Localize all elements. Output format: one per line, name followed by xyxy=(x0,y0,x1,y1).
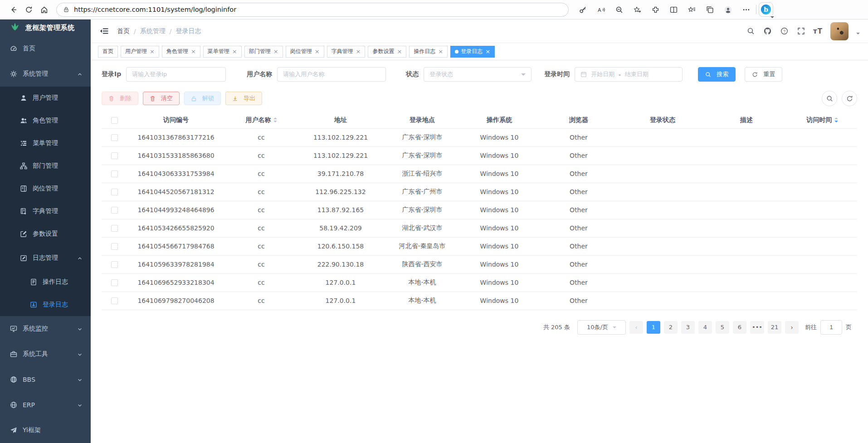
github-icon[interactable] xyxy=(763,27,772,36)
tab-close-icon[interactable]: × xyxy=(397,49,402,54)
tab-close-icon[interactable]: × xyxy=(356,49,361,54)
tab-close-icon[interactable]: × xyxy=(315,49,320,54)
sidebar-fold-icon[interactable] xyxy=(98,25,110,37)
tab-9[interactable]: 登录日志× xyxy=(450,46,495,58)
collections-icon[interactable] xyxy=(702,2,717,17)
next-page-button[interactable]: › xyxy=(785,321,799,334)
favorites-icon[interactable] xyxy=(684,2,699,17)
clear-button[interactable]: 清空 xyxy=(143,92,180,105)
row-checkbox[interactable] xyxy=(111,297,118,304)
tab-close-icon[interactable]: × xyxy=(438,49,443,54)
zoom-out-icon[interactable] xyxy=(611,2,627,17)
page-button[interactable]: 4 xyxy=(698,321,712,334)
tab-4[interactable]: 部门管理× xyxy=(244,46,283,58)
table-search-toggle-button[interactable] xyxy=(822,91,837,106)
home-icon[interactable] xyxy=(36,2,52,17)
page-size-select[interactable]: 10条/页 xyxy=(577,320,626,335)
sidebar-item-monitor[interactable]: 系统监控 xyxy=(0,316,91,341)
page-button[interactable]: 6 xyxy=(733,321,746,334)
tab-close-icon[interactable]: × xyxy=(232,49,237,54)
copilot-button[interactable]: b xyxy=(759,2,773,17)
more-icon[interactable] xyxy=(738,2,754,17)
unlock-button[interactable]: 解锁 xyxy=(184,92,221,105)
url-text[interactable]: https://ccnetcore.com:1101/system/log/lo… xyxy=(74,6,236,13)
sidebar-item-idcard[interactable]: 岗位管理 xyxy=(0,177,91,200)
sidebar-item-dashboard[interactable]: 首页 xyxy=(0,36,91,61)
reset-button[interactable]: 重置 xyxy=(745,67,782,82)
breadcrumb-item[interactable]: 首页 xyxy=(117,27,130,35)
tab-1[interactable]: 用户管理× xyxy=(121,46,159,58)
ip-input[interactable]: 请输入登录Ip xyxy=(126,67,226,82)
select-all-checkbox[interactable] xyxy=(111,117,118,124)
sidebar-item-edit[interactable]: 参数设置 xyxy=(0,223,91,245)
avatar-caret-icon[interactable] xyxy=(856,33,860,36)
tab-close-icon[interactable]: × xyxy=(273,49,278,54)
back-icon[interactable] xyxy=(5,2,21,17)
sidebar-item-book[interactable]: 字典管理 xyxy=(0,200,91,223)
row-checkbox[interactable] xyxy=(111,261,118,268)
goto-page-input[interactable] xyxy=(820,320,842,335)
sidebar-item-gear[interactable]: 系统管理 xyxy=(0,61,91,87)
fullscreen-icon[interactable] xyxy=(796,27,805,36)
sidebar-item-users[interactable]: 角色管理 xyxy=(0,109,91,132)
tab-5[interactable]: 岗位管理× xyxy=(286,46,324,58)
split-screen-icon[interactable] xyxy=(666,2,681,17)
sidebar-item-globe2[interactable]: ERP xyxy=(0,392,91,418)
search-button[interactable]: 搜索 xyxy=(698,67,736,82)
tab-8[interactable]: 操作日志× xyxy=(409,46,448,58)
sidebar-item-plane[interactable]: Yi框架 xyxy=(0,418,91,443)
row-checkbox[interactable] xyxy=(111,243,118,250)
end-date-placeholder[interactable]: 结束日期 xyxy=(625,70,649,78)
sort-carets-icon[interactable] xyxy=(273,117,277,122)
export-button[interactable]: 导出 xyxy=(225,92,262,105)
key-icon[interactable] xyxy=(575,2,590,17)
tab-2[interactable]: 角色管理× xyxy=(162,46,200,58)
avatar[interactable] xyxy=(830,22,848,40)
font-size-icon[interactable]: тT xyxy=(813,27,823,35)
tab-3[interactable]: 菜单管理× xyxy=(203,46,242,58)
help-icon[interactable]: ? xyxy=(780,27,789,36)
page-ellipsis[interactable]: ••• xyxy=(750,321,764,334)
date-range-input[interactable]: 开始日期 - 结束日期 xyxy=(575,67,683,82)
sidebar-item-menu-tree[interactable]: 菜单管理 xyxy=(0,132,91,155)
row-checkbox[interactable] xyxy=(111,170,118,177)
start-date-placeholder[interactable]: 开始日期 xyxy=(591,70,614,78)
tab-6[interactable]: 字典管理× xyxy=(327,46,366,58)
prev-page-button[interactable]: ‹ xyxy=(629,321,643,334)
delete-button[interactable]: 删除 xyxy=(102,92,138,105)
sidebar-item-login-log[interactable]: 登录日志 xyxy=(0,293,91,316)
read-aloud-icon[interactable]: A xyxy=(593,2,609,17)
tab-home[interactable]: 首页 xyxy=(98,46,118,58)
page-button[interactable]: 3 xyxy=(681,321,695,334)
sidebar-item-toolbox[interactable]: 系统工具 xyxy=(0,341,91,367)
column-header[interactable]: 用户名称 xyxy=(225,112,297,128)
row-checkbox[interactable] xyxy=(111,279,118,286)
page-button[interactable]: 1 xyxy=(647,321,660,334)
favorite-add-icon[interactable] xyxy=(629,2,645,17)
sidebar-item-globe[interactable]: BBS xyxy=(0,367,91,392)
sort-carets-icon[interactable] xyxy=(834,117,838,122)
tab-7[interactable]: 参数设置× xyxy=(368,46,406,58)
tab-close-icon[interactable]: × xyxy=(485,49,490,54)
search-icon[interactable] xyxy=(746,27,755,36)
app-logo[interactable]: 意框架管理系统 xyxy=(0,19,91,36)
status-select[interactable]: 登录状态 xyxy=(424,67,532,82)
sidebar-item-user[interactable]: 用户管理 xyxy=(0,87,91,109)
address-bar[interactable]: https://ccnetcore.com:1101/system/log/lo… xyxy=(56,3,569,17)
sidebar-item-doc[interactable]: 操作日志 xyxy=(0,271,91,293)
row-checkbox[interactable] xyxy=(111,152,118,159)
column-header[interactable]: 访问时间 xyxy=(787,112,857,128)
row-checkbox[interactable] xyxy=(111,134,118,141)
profile-icon[interactable] xyxy=(720,2,736,17)
username-input[interactable]: 请输入用户名称 xyxy=(277,67,386,82)
tab-close-icon[interactable]: × xyxy=(191,49,196,54)
row-checkbox[interactable] xyxy=(111,207,118,214)
extensions-icon[interactable] xyxy=(648,2,663,17)
table-refresh-button[interactable] xyxy=(842,91,857,106)
page-button[interactable]: 2 xyxy=(664,321,678,334)
tab-close-icon[interactable]: × xyxy=(150,49,155,54)
refresh-icon[interactable] xyxy=(21,2,36,17)
row-checkbox[interactable] xyxy=(111,189,118,195)
select-all-header[interactable] xyxy=(102,112,127,128)
page-button[interactable]: 21 xyxy=(768,321,781,334)
